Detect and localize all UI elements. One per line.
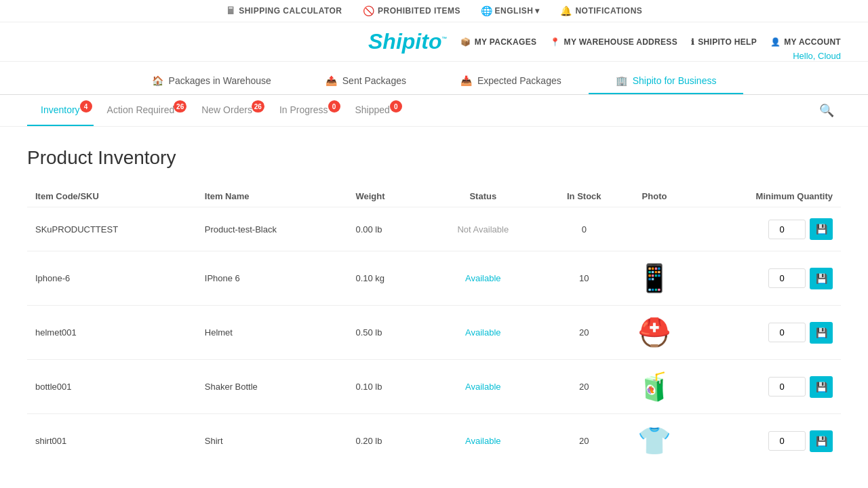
account-icon: 👤 xyxy=(770,37,781,47)
shipped-badge: 0 xyxy=(390,100,402,113)
cell-status: Available xyxy=(425,251,540,306)
cell-instock: 20 xyxy=(541,414,628,468)
table-row: Iphone-6 IPhone 6 0.10 kg Available 10 📱… xyxy=(27,251,841,306)
search-icon: 🔍 xyxy=(819,104,834,117)
product-image: 👕 xyxy=(637,426,671,455)
inventory-table: Item Code/SKU Item Name Weight Status In… xyxy=(27,186,841,468)
cell-instock: 20 xyxy=(541,306,628,360)
cell-photo: 👕 xyxy=(627,414,682,468)
sent-pkg-icon: 📤 xyxy=(326,75,337,86)
cell-status: Not Available xyxy=(425,207,540,251)
expected-pkg-icon: 📥 xyxy=(460,75,472,86)
product-image: ⛑️ xyxy=(637,317,671,347)
table-row: bottle001 Shaker Bottle 0.10 lb Availabl… xyxy=(27,360,841,414)
logo[interactable]: Shipito™ xyxy=(368,29,447,54)
my-account-nav[interactable]: 👤 MY ACCOUNT xyxy=(770,37,841,47)
cell-minqty: 💾 xyxy=(682,207,841,251)
save-button[interactable]: 💾 xyxy=(810,430,833,452)
inventory-badge: 4 xyxy=(80,100,92,113)
bell-icon: 🔔 xyxy=(560,5,572,16)
table-row: shirt001 Shirt 0.20 lb Available 20 👕 💾 xyxy=(27,414,841,468)
my-packages-nav[interactable]: 📦 MY PACKAGES xyxy=(460,37,536,47)
prohibited-items-link[interactable]: 🚫 PROHIBITED ITEMS xyxy=(363,5,461,16)
col-name: Item Name xyxy=(197,186,348,207)
search-button[interactable]: 🔍 xyxy=(812,96,841,125)
page-title: Product Inventory xyxy=(27,147,841,169)
cell-name: Shirt xyxy=(197,414,348,468)
top-bar: 🖩 SHIPPING CALCULATOR 🚫 PROHIBITED ITEMS… xyxy=(0,0,868,22)
package-tabs: 🏠 Packages in Warehouse 📤 Sent Packages … xyxy=(0,62,868,95)
subtab-shipped[interactable]: Shipped 0 xyxy=(342,95,403,126)
min-qty-input[interactable] xyxy=(768,377,806,396)
cell-instock: 20 xyxy=(541,360,628,414)
cell-minqty: 💾 xyxy=(682,251,841,306)
cell-sku: shirt001 xyxy=(27,414,197,468)
tab-expected-packages[interactable]: 📥 Expected Packages xyxy=(433,68,589,94)
tab-shipito-for-business[interactable]: 🏢 Shipito for Business xyxy=(589,68,744,94)
min-qty-input[interactable] xyxy=(768,323,806,342)
shipping-calculator-link[interactable]: 🖩 SHIPPING CALCULATOR xyxy=(226,5,342,16)
cell-sku: helmet001 xyxy=(27,306,197,360)
cell-minqty: 💾 xyxy=(682,360,841,414)
table-row: helmet001 Helmet 0.50 lb Available 20 ⛑️… xyxy=(27,306,841,360)
cell-photo: 🧃 xyxy=(627,360,682,414)
min-qty-input[interactable] xyxy=(768,268,806,288)
globe-icon: 🌐 xyxy=(481,5,493,16)
col-weight: Weight xyxy=(347,186,425,207)
chevron-down-icon: ▾ xyxy=(535,6,540,16)
warehouse-pkg-icon: 🏠 xyxy=(152,75,163,86)
nav-bar: Shipito™ 📦 MY PACKAGES 📍 MY WAREHOUSE AD… xyxy=(0,22,868,62)
save-button[interactable]: 💾 xyxy=(810,376,833,398)
cell-weight: 0.20 lb xyxy=(347,414,425,468)
packages-icon: 📦 xyxy=(460,37,471,47)
subtab-new-orders[interactable]: New Orders 26 xyxy=(188,95,266,126)
new-orders-badge: 26 xyxy=(252,100,264,113)
min-qty-input[interactable] xyxy=(768,431,806,451)
prohibited-icon: 🚫 xyxy=(363,5,375,16)
col-minqty: Minimum Quantity xyxy=(682,186,841,207)
business-icon: 🏢 xyxy=(616,75,627,86)
calculator-icon: 🖩 xyxy=(226,5,236,16)
col-sku: Item Code/SKU xyxy=(27,186,197,207)
subtab-action-required[interactable]: Action Required 26 xyxy=(94,95,189,126)
subtab-inventory[interactable]: Inventory 4 xyxy=(27,95,94,126)
in-progress-badge: 0 xyxy=(328,100,340,113)
tab-packages-in-warehouse[interactable]: 🏠 Packages in Warehouse xyxy=(125,68,298,94)
sub-tabs: Inventory 4 Action Required 26 New Order… xyxy=(0,95,868,127)
col-instock: In Stock xyxy=(541,186,628,207)
save-button[interactable]: 💾 xyxy=(810,218,833,240)
cell-weight: 0.10 lb xyxy=(347,360,425,414)
product-image: 📱 xyxy=(637,263,671,293)
cell-status: Available xyxy=(425,414,540,468)
cell-weight: 0.00 lb xyxy=(347,207,425,251)
cell-status: Available xyxy=(425,360,540,414)
save-button[interactable]: 💾 xyxy=(810,322,833,344)
cell-weight: 0.10 kg xyxy=(347,251,425,306)
cell-name: IPhone 6 xyxy=(197,251,348,306)
cell-sku: bottle001 xyxy=(27,360,197,414)
col-status: Status xyxy=(425,186,540,207)
notifications-link[interactable]: 🔔 NOTIFICATIONS xyxy=(560,5,642,16)
cell-minqty: 💾 xyxy=(682,414,841,468)
my-warehouse-nav[interactable]: 📍 MY WAREHOUSE ADDRESS xyxy=(550,37,677,47)
cell-photo: 📱 xyxy=(627,251,682,306)
cell-photo: ⛑️ xyxy=(627,306,682,360)
warehouse-icon: 📍 xyxy=(550,37,560,47)
product-image: 🧃 xyxy=(637,371,671,401)
cell-status: Available xyxy=(425,306,540,360)
subtab-in-progress[interactable]: In Progress 0 xyxy=(266,95,342,126)
cell-sku: Iphone-6 xyxy=(27,251,197,306)
greeting: Hello, Cloud xyxy=(793,51,841,61)
shipito-help-nav[interactable]: ℹ SHIPITO HELP xyxy=(691,37,757,47)
help-icon: ℹ xyxy=(691,37,694,47)
cell-name: Shaker Bottle xyxy=(197,360,348,414)
tab-sent-packages[interactable]: 📤 Sent Packages xyxy=(298,68,433,94)
main-content: Product Inventory Item Code/SKU Item Nam… xyxy=(0,127,868,488)
cell-instock: 0 xyxy=(541,207,628,251)
save-button[interactable]: 💾 xyxy=(810,268,833,289)
col-photo: Photo xyxy=(627,186,682,207)
min-qty-input[interactable] xyxy=(768,220,806,239)
cell-sku: SKuPRODUCTTEST xyxy=(27,207,197,251)
cell-instock: 10 xyxy=(541,251,628,306)
language-selector[interactable]: 🌐 ENGLISH ▾ xyxy=(481,5,540,16)
